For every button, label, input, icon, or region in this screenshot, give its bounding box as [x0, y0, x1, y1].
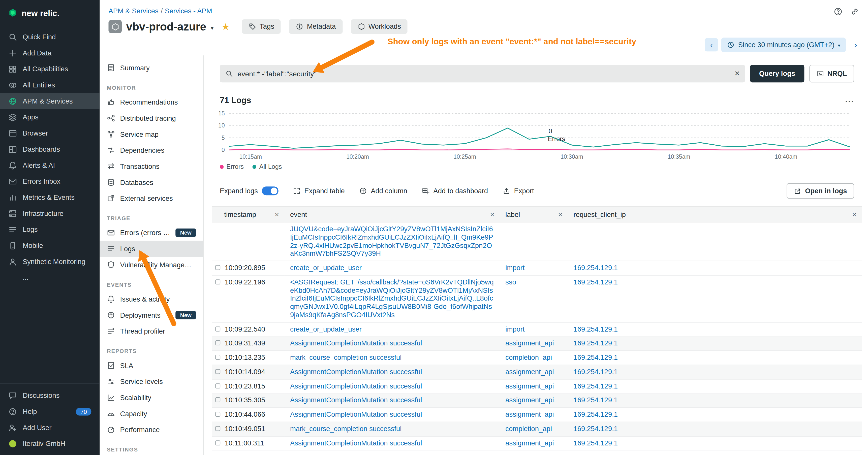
log-table-row[interactable]: 10:10:14.094AssignmentCompletionMutation… [212, 365, 862, 379]
add-to-dashboard-button[interactable]: Add to dashboard [422, 187, 488, 195]
query-logs-button[interactable]: Query logs [750, 65, 804, 83]
breadcrumb-services-apm[interactable]: Services - APM [165, 7, 212, 15]
log-table-row[interactable]: 10:09:31.439AssignmentCompletionMutation… [212, 336, 862, 351]
cell-event-link[interactable]: <ASGIRequest: GET '/sso/callback/?state=… [290, 278, 494, 319]
row-expand-icon[interactable] [215, 369, 220, 374]
gnav-item-apm-services[interactable]: APM & Services [0, 93, 99, 109]
gnav-item-all-capabilities[interactable]: All Capabilities [0, 61, 99, 77]
row-expand-icon[interactable] [215, 440, 220, 445]
cell-label-link[interactable]: assignment_api [505, 396, 554, 404]
row-expand-icon[interactable] [215, 340, 220, 346]
cell-label-link[interactable]: assignment_api [505, 411, 554, 419]
enav-item-thread-profiler[interactable]: Thread profiler [99, 323, 203, 339]
cell-ip-link[interactable]: 169.254.129.1 [574, 354, 618, 361]
gnav-item-logs[interactable]: Logs [0, 222, 99, 237]
gnav-item-alerts-ai[interactable]: Alerts & AI [0, 157, 99, 173]
cell-label-link[interactable]: assignment_api [505, 382, 554, 390]
enav-item-recommendations[interactable]: Recommendations [99, 94, 203, 110]
cell-ip-link[interactable]: 169.254.129.1 [574, 425, 618, 432]
column-header-event[interactable]: event× [284, 206, 500, 222]
log-table-row[interactable]: 10:10:13.235mark_course_completion succe… [212, 351, 862, 365]
time-picker[interactable]: Since 30 minutes ago (GMT+2) ▾ [721, 37, 846, 52]
remove-column-icon[interactable]: × [558, 211, 562, 218]
cell-label-link[interactable]: completion_api [505, 425, 552, 432]
log-table-row[interactable]: 10:09:22.196<ASGIRequest: GET '/sso/call… [212, 275, 862, 322]
gnav-item-add-user[interactable]: Add User [0, 420, 99, 435]
gnav-item-mobile[interactable]: Mobile [0, 237, 99, 254]
cell-label-link[interactable]: sso [505, 278, 516, 286]
gnav-item-synthetic-monitoring[interactable]: Synthetic Monitoring [0, 254, 99, 269]
cell-event-link[interactable]: AssignmentCompletionMutation successful [290, 396, 494, 404]
log-table-row[interactable]: JUQVU&code=eyJraWQiOiJjcGltY29yZV8wOTl1M… [212, 222, 862, 261]
gnav-item-apps[interactable]: Apps [0, 109, 99, 125]
expand-logs-toggle[interactable] [261, 187, 278, 195]
cell-label-link[interactable]: import [505, 264, 525, 272]
logs-more-menu-button[interactable]: ... [845, 95, 854, 105]
row-expand-icon[interactable] [215, 355, 220, 360]
row-expand-icon[interactable] [215, 265, 220, 270]
cell-event-link[interactable]: create_or_update_user [290, 325, 494, 333]
row-expand-icon[interactable] [215, 412, 220, 417]
cell-event-link[interactable]: AssignmentCompletionMutation successful [290, 339, 494, 348]
cell-event-link[interactable]: mark_course_completion successful [290, 425, 494, 433]
enav-item-service-levels[interactable]: Service levels [99, 373, 203, 390]
enav-item-databases[interactable]: Databases [99, 174, 203, 191]
cell-event-link[interactable]: AssignmentCompletionMutation successful [290, 368, 494, 376]
remove-column-icon[interactable]: × [275, 211, 279, 218]
metadata-button[interactable]: Metadata [289, 20, 342, 34]
clear-query-icon[interactable]: × [735, 69, 740, 78]
gnav-item-iterativ-gmbh[interactable]: Iterativ GmbH [0, 435, 99, 452]
column-header-timestamp[interactable]: timestamp× [212, 206, 284, 222]
tags-button[interactable]: Tags [242, 20, 281, 34]
enav-item-capacity[interactable]: Capacity [99, 405, 203, 422]
enav-item-logs[interactable]: Logs [99, 240, 203, 257]
cell-ip-link[interactable]: 169.254.129.1 [574, 339, 618, 347]
cell-ip-link[interactable]: 169.254.129.1 [574, 439, 618, 447]
enav-item-summary[interactable]: Summary [99, 60, 203, 76]
time-back-button[interactable]: ‹ [705, 38, 718, 52]
enav-item-issues-activity[interactable]: Issues & activity [99, 291, 203, 307]
enav-item-deployments[interactable]: DeploymentsNew [99, 307, 203, 323]
enav-item-sla[interactable]: SLA [99, 358, 203, 373]
cell-label-link[interactable]: assignment_api [505, 368, 554, 376]
legend-all-logs[interactable]: All Logs [252, 163, 282, 170]
cell-event-link[interactable]: JUQVU&code=eyJraWQiOiJjcGltY29yZV8wOTl1M… [290, 225, 494, 258]
enav-item-service-map[interactable]: Service map [99, 126, 203, 142]
open-in-logs-button[interactable]: Open in logs [787, 183, 854, 198]
column-header-request_client_ip[interactable]: request_client_ip× [568, 206, 862, 222]
workloads-button[interactable]: Workloads [350, 20, 407, 34]
add-column-button[interactable]: Add column [359, 187, 407, 195]
log-table-row[interactable]: 10:10:23.815AssignmentCompletionMutation… [212, 379, 862, 393]
row-expand-icon[interactable] [215, 326, 220, 331]
gnav-item-add-data[interactable]: Add Data [0, 45, 99, 61]
cell-event-link[interactable]: create_or_update_user [290, 264, 494, 272]
gnav-item-metrics-events[interactable]: Metrics & Events [0, 189, 99, 205]
gnav-item-browser[interactable]: Browser [0, 125, 99, 141]
help-circle-icon[interactable] [834, 7, 842, 16]
log-table-row[interactable]: 10:10:49.051mark_course_completion succe… [212, 422, 862, 436]
log-table-row[interactable]: 10:10:35.305AssignmentCompletionMutation… [212, 393, 862, 408]
cell-ip-link[interactable]: 169.254.129.1 [574, 382, 618, 390]
cell-ip-link[interactable]: 169.254.129.1 [574, 278, 618, 286]
row-expand-icon[interactable] [215, 426, 220, 431]
log-table-row[interactable]: 10:10:44.066AssignmentCompletionMutation… [212, 408, 862, 422]
time-forward-button[interactable]: › [849, 38, 863, 52]
breadcrumb-apm-services[interactable]: APM & Services [108, 7, 158, 15]
cell-ip-link[interactable]: 169.254.129.1 [574, 396, 618, 404]
gnav-item-dashboards[interactable]: Dashboards [0, 141, 99, 157]
legend-errors[interactable]: Errors [220, 163, 244, 170]
gnav-item-errors-inbox[interactable]: Errors Inbox [0, 173, 99, 189]
log-table-row[interactable]: 10:09:22.540create_or_update_userimport1… [212, 322, 862, 336]
favorite-star-icon[interactable]: ★ [221, 21, 230, 32]
permalink-icon[interactable] [850, 7, 859, 16]
gnav-item-infrastructure[interactable]: Infrastructure [0, 205, 99, 222]
enav-item-vulnerability-management[interactable]: Vulnerability Management [99, 257, 203, 273]
nrql-button[interactable]: NRQL [809, 65, 854, 83]
enav-item-performance[interactable]: Performance [99, 422, 203, 438]
entity-switcher-chevron-icon[interactable]: ▾ [211, 24, 214, 32]
remove-column-icon[interactable]: × [852, 211, 857, 218]
cell-event-link[interactable]: AssignmentCompletionMutation successful [290, 439, 494, 447]
row-expand-icon[interactable] [215, 280, 220, 285]
cell-ip-link[interactable]: 169.254.129.1 [574, 411, 618, 419]
cell-ip-link[interactable]: 169.254.129.1 [574, 325, 618, 333]
